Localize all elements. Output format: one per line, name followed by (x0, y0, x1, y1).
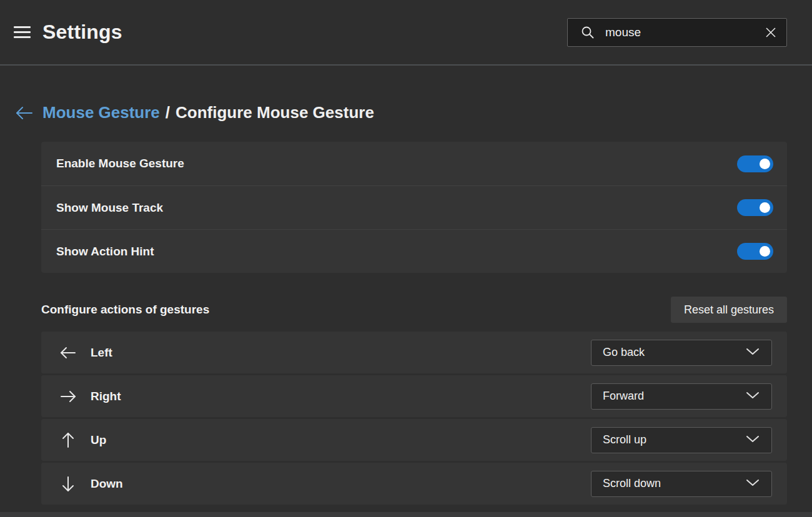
action-dropdown-up[interactable]: Scroll up (591, 427, 772, 453)
gesture-row-left: Left Go back (41, 332, 787, 373)
action-dropdown-value: Scroll up (603, 433, 745, 446)
hamburger-menu-icon[interactable] (14, 26, 31, 38)
gesture-list: Left Go back Right Forward (41, 332, 787, 505)
page-title: Settings (42, 21, 122, 44)
action-dropdown-value: Forward (603, 390, 745, 403)
settings-header: Settings (0, 0, 812, 66)
arrow-down-icon (59, 475, 77, 493)
breadcrumb-current: Configure Mouse Gesture (176, 103, 374, 122)
search-box[interactable] (567, 18, 787, 47)
gesture-direction-label: Up (91, 433, 106, 447)
toggle-settings-card: Enable Mouse Gesture Show Mouse Track Sh… (41, 142, 787, 273)
toggle-switch-enable-mouse-gesture[interactable] (737, 155, 773, 172)
gesture-row-down: Down Scroll down (41, 463, 787, 505)
setting-row-show-action-hint: Show Action Hint (41, 229, 787, 273)
gesture-section-header: Configure actions of gestures Reset all … (41, 297, 787, 323)
search-icon (580, 25, 595, 40)
chevron-down-icon (745, 391, 760, 402)
section-title: Configure actions of gestures (41, 303, 209, 317)
action-dropdown-value: Scroll down (603, 477, 745, 490)
toggle-switch-show-mouse-track[interactable] (737, 199, 773, 216)
close-icon[interactable] (764, 26, 778, 39)
toggle-knob (760, 202, 770, 213)
back-arrow-icon[interactable] (15, 106, 34, 121)
next-row-peek (0, 512, 812, 517)
action-dropdown-right[interactable]: Forward (591, 383, 772, 410)
toggle-switch-show-action-hint[interactable] (737, 243, 773, 260)
breadcrumb-separator: / (166, 103, 170, 122)
breadcrumb: Mouse Gesture / Configure Mouse Gesture (15, 103, 787, 122)
arrow-right-icon (59, 389, 77, 404)
toggle-knob (760, 246, 770, 257)
arrow-up-icon (59, 431, 77, 449)
toggle-knob (760, 159, 770, 169)
action-dropdown-down[interactable]: Scroll down (591, 471, 772, 497)
reset-all-gestures-button[interactable]: Reset all gestures (671, 297, 787, 323)
setting-row-enable-mouse-gesture: Enable Mouse Gesture (41, 142, 787, 185)
setting-row-show-mouse-track: Show Mouse Track (41, 185, 787, 229)
gesture-direction-label: Down (91, 477, 123, 491)
chevron-down-icon (745, 347, 760, 358)
chevron-down-icon (745, 435, 760, 446)
setting-label: Enable Mouse Gesture (56, 157, 184, 170)
setting-label: Show Action Hint (56, 245, 154, 258)
search-input[interactable] (605, 26, 758, 39)
chevron-down-icon (745, 478, 760, 490)
action-dropdown-left[interactable]: Go back (591, 340, 772, 366)
setting-label: Show Mouse Track (56, 201, 163, 215)
gesture-row-up: Up Scroll up (41, 419, 787, 461)
arrow-left-icon (59, 345, 77, 360)
gesture-direction-label: Right (91, 390, 121, 403)
gesture-direction-label: Left (91, 346, 112, 360)
breadcrumb-parent-link[interactable]: Mouse Gesture (42, 103, 160, 122)
action-dropdown-value: Go back (603, 346, 745, 359)
gesture-row-right: Right Forward (41, 375, 787, 417)
